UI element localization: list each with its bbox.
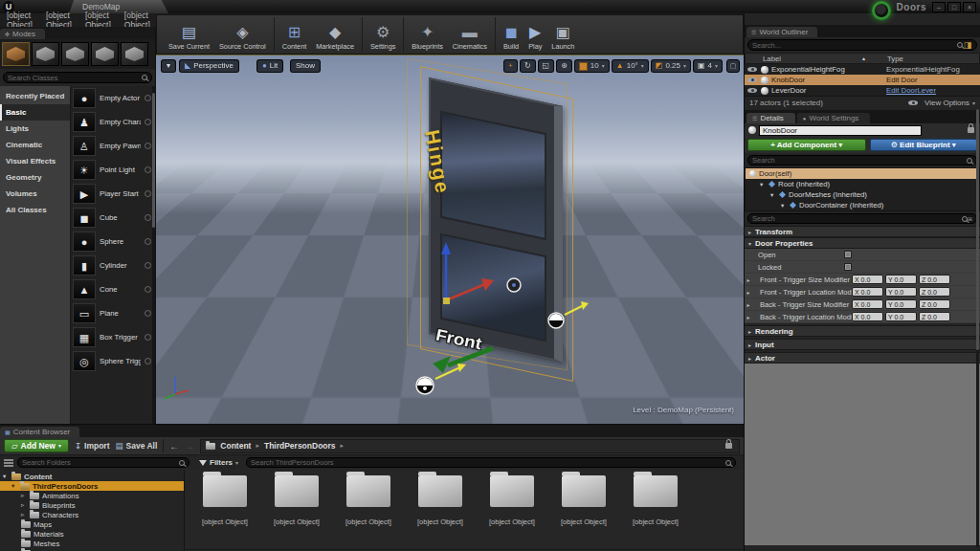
world-local-toggle[interactable]: ⊕ [556,59,572,73]
expander-icon[interactable]: ▸ [745,314,752,320]
modes-category[interactable]: All Classes [0,202,70,218]
checkbox[interactable] [844,251,852,258]
modes-category[interactable]: Visual Effects [0,153,70,169]
components-search-input[interactable]: Search [747,155,977,165]
z-value-box[interactable]: Z 0.0 [919,312,950,321]
x-value-box[interactable]: X 0.0 [852,299,883,309]
info-icon[interactable] [145,262,151,269]
foliage-mode-icon[interactable] [91,42,119,66]
toolbar-button[interactable]: ▣ Launch [546,17,579,52]
z-value-box[interactable]: Z 0.0 [919,275,950,284]
info-icon[interactable] [145,143,151,149]
asset-view[interactable]: [object Object] [object Object] [object … [185,470,744,551]
info-icon[interactable] [145,358,151,364]
asset-folder[interactable]: [object Object] [198,475,252,526]
filters-button[interactable]: Filters▾ [199,458,238,467]
info-icon[interactable] [145,310,151,317]
toolbar-button[interactable]: ✦ Blueprints [407,17,447,52]
tree-item[interactable]: ▹ Blueprints [0,500,184,510]
component-tree-row[interactable]: ▾ DoorMeshes (Inherited) [746,189,979,200]
details-search-input[interactable]: Search ⊞ [747,213,977,224]
outliner-row[interactable]: LeverDoor Edit DoorLever [745,85,980,96]
x-value-box[interactable]: X 0.0 [852,275,883,284]
paint-mode-icon[interactable] [32,42,59,66]
show-button[interactable]: Show [290,59,321,73]
modes-category[interactable]: Volumes [0,186,70,202]
z-value-box[interactable]: Z 0.0 [919,299,950,309]
modes-tab[interactable]: ✥Modes [0,29,45,39]
edit-blueprint-button[interactable]: ⚙ Edit Blueprint ▾ [870,139,977,151]
info-icon[interactable] [145,286,151,293]
add-component-button[interactable]: + Add Component ▾ [747,139,866,151]
expander-icon[interactable]: ▹ [21,501,27,509]
expander-icon[interactable]: ▹ [21,492,27,499]
info-icon[interactable] [145,214,151,221]
modes-category[interactable]: Lights [0,121,70,137]
expander-icon[interactable]: ▸ [745,276,752,283]
rotation-snap-toggle[interactable]: ▲10°▾ [612,59,649,73]
transform-gizmo-overlay[interactable] [156,55,744,424]
expander-icon[interactable]: ▹ [21,511,27,518]
class-item[interactable]: ● Empty Actor [71,86,155,110]
info-icon[interactable] [145,166,151,173]
toolbar-button[interactable]: ⊞ Content [278,17,312,52]
toolbar-button[interactable]: ▤ Save Current [164,17,214,52]
asset-folder[interactable]: [object Object] [557,475,611,526]
y-value-box[interactable]: Y 0.0 [885,299,917,309]
outliner-row[interactable]: ExponentialHeightFog ExponentialHeightFo… [745,64,980,75]
visibility-eye-icon[interactable] [747,77,757,82]
toolbar-button[interactable]: ▶ Play [523,17,546,52]
import-button[interactable]: ↧Import [75,441,110,451]
info-icon[interactable] [145,119,151,125]
x-value-box[interactable]: X 0.0 [852,287,883,297]
transform-section-header[interactable]: ▸Transform [745,226,980,237]
perspective-button[interactable]: ◣Perspective [179,59,239,73]
outliner-search-input[interactable]: Search... ◨ [747,39,977,51]
visibility-eye-icon[interactable] [747,88,757,93]
lit-mode-button[interactable]: ●Lit [256,59,283,73]
details-scrollbar[interactable] [976,109,979,547]
class-item[interactable]: ▲ Cone [71,277,155,301]
world-settings-tab[interactable]: ●World Settings [797,113,871,123]
lock-icon[interactable] [725,443,732,449]
actor-name-input[interactable]: KnobDoor [759,125,922,136]
toolbar-button[interactable]: ⚙ Settings [366,17,400,52]
outliner-column-header[interactable]: Label ▴ Type [745,53,980,64]
back-arrow-icon[interactable]: ← [169,441,179,452]
asset-folder[interactable]: [object Object] [342,475,395,526]
lock-icon[interactable] [968,127,974,133]
modes-category[interactable]: Basic [0,104,70,121]
classes-scrollbar[interactable] [152,86,155,424]
search-assets-input[interactable]: Search ThirdPersonDoors [246,457,736,468]
rotate-tool-button[interactable]: ↻ [520,59,536,73]
collapsed-section-header[interactable]: ▸Input [745,339,980,350]
scale-tool-button[interactable]: ◱ [538,59,555,73]
grid-snap-toggle[interactable]: 10▾ [574,59,610,73]
info-icon[interactable] [145,334,151,341]
tree-root-content[interactable]: ▾ Content [0,472,184,481]
expander-icon[interactable]: ▾ [11,482,17,490]
tree-item[interactable]: Meshes [0,539,184,548]
asset-folder[interactable]: [object Object] [629,475,682,526]
asset-folder[interactable]: [object Object] [485,475,539,526]
component-tree-row[interactable]: ▾ DoorContainer (Inherited) [746,200,979,210]
tree-item[interactable]: ▹ Animations [0,491,184,500]
expander-icon[interactable]: ▾ [760,181,766,188]
outliner-row[interactable]: KnobDoor Edit Door [745,75,980,85]
visibility-eye-icon[interactable] [747,67,757,72]
checkbox[interactable] [844,263,852,271]
toolbar-button[interactable]: ▬ Cinematics [448,17,492,52]
minimize-button[interactable]: – [932,2,946,12]
modes-category[interactable]: Recently Placed [0,88,70,104]
modes-category[interactable]: Geometry [0,169,70,186]
camera-speed-control[interactable]: ▣4▾ [693,59,723,73]
asset-folder[interactable]: [object Object] [413,475,467,526]
save-all-button[interactable]: ▤Save All [116,441,158,451]
asset-folder[interactable]: [object Object] [270,475,323,526]
collapsed-section-header[interactable]: ▸Actor [745,352,980,364]
place-mode-icon[interactable] [2,42,30,66]
y-value-box[interactable]: Y 0.0 [885,275,917,284]
toolbar-button[interactable]: ◆ Marketplace [311,17,359,52]
expander-icon[interactable]: ▾ [770,191,776,199]
translate-tool-button[interactable]: + [503,59,518,73]
